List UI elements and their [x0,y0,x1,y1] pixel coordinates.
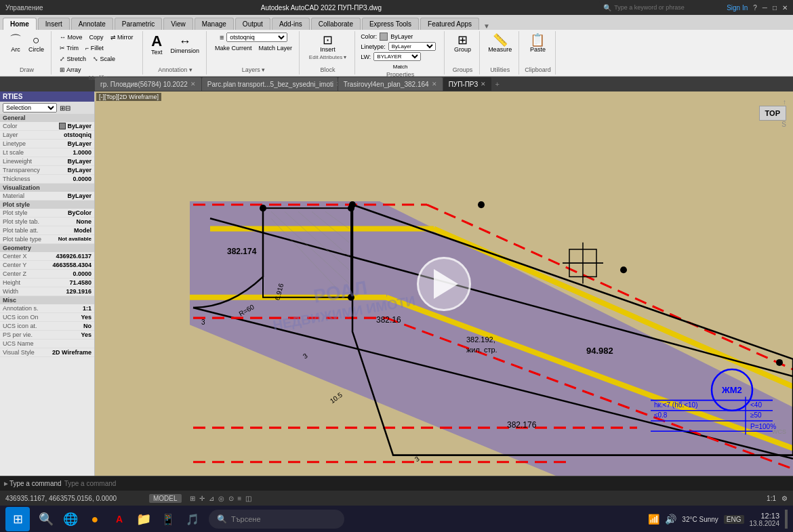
match-properties-btn[interactable]: Match [390,62,411,71]
volume-icon[interactable]: 🔊 [665,514,676,525]
taskbar-files[interactable]: 📁 [133,508,155,530]
tab-home[interactable]: Home [3,18,37,30]
clock-display: 12:13 13.8.2024 [750,512,780,527]
make-current-btn[interactable]: Make Current [212,43,255,53]
prop-thickness: Thickness0.0000 [0,175,94,184]
prop-color: ColorByLayer [0,122,94,131]
app-title: Autodesk AutoCAD 2022 ПУП-ПРЗ.dwg [43,4,600,12]
grid-icon[interactable]: ⊞ [190,495,195,502]
start-button[interactable]: ⊞ [5,507,30,531]
annotation-dimension-btn[interactable]: ↔ Dimension [168,34,203,56]
insert-block-btn[interactable]: ⊡ Insert [317,33,338,54]
search-icon: 🔍 [603,4,611,12]
doc-tab-parc[interactable]: Parc.plan transport...5_bez_sysedni_imot… [202,77,338,91]
geometry-section: Geometry [0,244,94,252]
annotation-text-btn[interactable]: A Text [148,33,165,57]
modify-trim-btn[interactable]: ✂ Trim [57,43,81,53]
taskbar-search-label: Търсене [231,515,261,523]
tab-featured[interactable]: Featured Apps [420,18,479,30]
layer-selector[interactable]: otstoqniq [226,33,287,42]
tab-manage[interactable]: Manage [195,18,234,30]
command-input[interactable] [64,480,790,487]
tab-view[interactable]: View [163,18,193,30]
doc-tab-trasir[interactable]: Trasirovyl4en_plan_382.164 ✕ [338,77,443,91]
navcube[interactable]: ↑ TOP S [759,98,786,128]
clipboard-label: Clipboard [525,66,551,73]
group-btn[interactable]: ⊞ Group [451,33,474,54]
taskbar-app6[interactable]: 🎵 [182,508,203,530]
title-search[interactable]: 🔍 [599,1,721,14]
modify-stretch-btn[interactable]: ⤢ Stretch [57,54,89,64]
title-bar: Управление Autodesk AutoCAD 2022 ПУП-ПРЗ… [0,0,793,15]
tab-insert[interactable]: Insert [38,18,70,30]
taskbar-search[interactable]: 🔍 [35,508,57,530]
draw-circle-btn[interactable]: ○ Circle [26,33,47,54]
modify-copy-btn[interactable]: Copy [87,33,106,42]
doc-tab-plovdiv[interactable]: гр. Пловдив(56784) 10.2022 ✕ [95,77,201,91]
show-desktop-button[interactable] [785,510,788,529]
polar-icon[interactable]: ◎ [218,495,224,502]
help-icon[interactable]: ? [753,4,757,12]
new-tab-button[interactable]: + [495,80,499,88]
selection-dropdown[interactable]: Selection [3,103,57,112]
modify-mirror-btn[interactable]: ⇌ Mirror [108,33,136,42]
command-prefix: ► [3,480,9,487]
layer-icon: ≡ [220,33,224,41]
close-tab-2[interactable]: ✕ [336,81,338,87]
modify-fillet-btn[interactable]: ⌐ Fillet [83,43,106,53]
paste-btn[interactable]: 📋 Paste [527,33,548,54]
play-button[interactable] [417,257,471,311]
ribbon-group-clipboard: 📋 Paste Clipboard [521,31,556,75]
scale-display[interactable]: 1:1 [767,495,776,502]
close-tab-4[interactable]: ✕ [481,81,486,87]
date-display: 13.8.2024 [750,520,780,527]
minimize-icon[interactable]: ─ [762,4,767,12]
tab-express[interactable]: Express Tools [362,18,419,30]
cad-canvas[interactable]: [-][Top][2D Wireframe] ↑ TOP S WCS [95,91,793,476]
close-tab-3[interactable]: ✕ [432,81,437,87]
language-indicator[interactable]: ENG [724,515,744,524]
svg-point-22 [348,294,354,301]
modify-array-btn[interactable]: ⊞ Array [57,65,84,75]
taskbar-search-icon: 🔍 [217,514,227,524]
viewport-label[interactable]: [-][Top][2D Wireframe] [96,93,161,101]
prop-plot-att: Plot table att.Model [0,226,94,235]
taskbar-edge[interactable]: 🌐 [60,508,81,530]
maximize-icon[interactable]: □ [773,4,777,12]
draw-arc-btn[interactable]: ⌒ Arc [7,33,24,54]
prop-visual-style: Visual Style2D Wireframe [0,348,94,357]
lineweight-icon[interactable]: ≡ [238,495,242,502]
tab-addins[interactable]: Add-ins [272,18,310,30]
modify-scale-btn[interactable]: ⤡ Scale [90,54,118,64]
match-layer-btn[interactable]: Match Layer [256,43,296,53]
modify-move-btn[interactable]: ↔ Move [57,33,85,42]
taskbar-search-box[interactable]: 🔍 Търсене [209,510,344,529]
tab-output[interactable]: Output [235,18,270,30]
transparency-icon[interactable]: ◫ [245,495,251,502]
sign-in-button[interactable]: Sign In [727,4,748,12]
title-search-input[interactable] [614,4,695,11]
draw-group-label: Draw [20,66,34,73]
osnap-icon[interactable]: ⊙ [228,495,234,502]
snap-icon[interactable]: ✛ [199,495,205,502]
svg-text:жил. стр.: жил. стр. [466,346,497,354]
tab-collaborate[interactable]: Collaborate [311,18,361,30]
ortho-icon[interactable]: ⊿ [209,495,214,502]
close-tab-1[interactable]: ✕ [190,81,196,87]
navcube-top-button[interactable]: TOP [759,106,786,121]
measure-btn[interactable]: 📏 Measure [485,33,514,54]
lineweight-selector[interactable]: BYLAYER [373,52,421,61]
linetype-selector[interactable]: ByLayer [388,42,436,51]
panel-toggle-icons[interactable]: ⊞⊟ [60,104,70,112]
ribbon-group-properties: Color: ByLayer Linetype: ByLayer LW: BYL… [357,31,445,75]
properties-panel: RTIES Selection ⊞⊟ General ColorByLayer … [0,91,95,476]
tab-parametric[interactable]: Parametric [115,18,162,30]
network-icon[interactable]: 📶 [648,514,659,525]
taskbar-app5[interactable]: 📱 [157,508,179,530]
settings-icon[interactable]: ⚙ [781,495,788,502]
taskbar-chrome[interactable]: ● [84,508,106,530]
close-icon[interactable]: ✕ [782,4,788,12]
tab-annotate[interactable]: Annotate [71,18,113,30]
taskbar-autocad[interactable]: A [108,508,130,530]
doc-tab-pup[interactable]: ПУП-ПРЗ ✕ [443,77,492,91]
